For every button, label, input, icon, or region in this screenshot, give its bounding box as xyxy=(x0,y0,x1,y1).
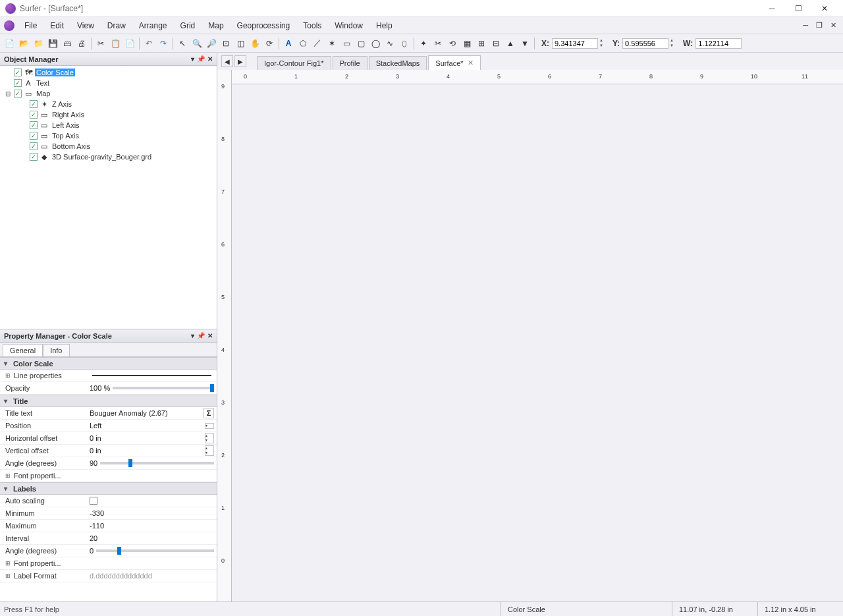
ungroup-icon[interactable]: ⊟ xyxy=(489,37,503,50)
visibility-checkbox[interactable]: ✓ xyxy=(14,79,22,87)
open-icon[interactable]: 📂 xyxy=(17,37,30,50)
visibility-checkbox[interactable]: ✓ xyxy=(30,121,38,129)
title-angle-input[interactable]: 90 xyxy=(90,459,97,467)
save-all-icon[interactable]: 🗃 xyxy=(61,37,74,50)
print-icon[interactable]: 🖨 xyxy=(75,37,88,50)
menu-tools[interactable]: Tools xyxy=(297,18,327,33)
mdi-minimize-button[interactable]: ─ xyxy=(800,20,811,31)
doc-tab[interactable]: StackedMaps xyxy=(369,56,427,70)
menu-geoprocessing[interactable]: Geoprocessing xyxy=(231,18,296,33)
tree-item[interactable]: ✓◆3D Surface-gravity_Bouger.grd xyxy=(1,152,215,162)
pm-tab-info[interactable]: Info xyxy=(43,344,69,356)
label-format-value[interactable]: d.dddddddddddddd xyxy=(87,572,217,580)
align-icon[interactable]: ▦ xyxy=(460,37,474,50)
coord-y-input[interactable] xyxy=(622,38,668,49)
copy-icon[interactable]: 📋 xyxy=(109,37,122,50)
tree-item[interactable]: ✓🗺Color Scale xyxy=(1,67,215,78)
collapse-icon[interactable]: ⊟ xyxy=(4,90,12,98)
pm-section-title[interactable]: ▾Title xyxy=(0,395,217,407)
front-icon[interactable]: ▲ xyxy=(504,37,517,50)
menu-edit[interactable]: Edit xyxy=(44,18,70,33)
ellipse-icon[interactable]: ◯ xyxy=(369,37,382,50)
new-icon[interactable]: 📄 xyxy=(3,37,16,50)
opacity-value[interactable]: 100 % xyxy=(90,384,110,392)
rotate-icon[interactable]: ⟲ xyxy=(446,37,459,50)
save-icon[interactable]: 💾 xyxy=(46,37,59,50)
close-tab-icon[interactable]: ✕ xyxy=(468,59,474,67)
tree-item[interactable]: ⊟✓▭Map xyxy=(1,88,215,99)
om-close-icon[interactable]: ✕ xyxy=(207,55,213,63)
pm-close-icon[interactable]: ✕ xyxy=(207,332,213,339)
sigma-button[interactable]: Σ xyxy=(204,408,214,418)
interval-input[interactable]: 20 xyxy=(90,534,97,542)
coord-y-spinner[interactable]: ▲▼ xyxy=(670,38,678,49)
min-input[interactable]: -330 xyxy=(90,509,104,517)
menu-view[interactable]: View xyxy=(71,18,100,33)
menu-help[interactable]: Help xyxy=(370,18,398,33)
max-input[interactable]: -110 xyxy=(90,522,104,530)
coord-x-input[interactable] xyxy=(552,38,598,49)
text-tool-icon[interactable]: A xyxy=(282,37,295,50)
visibility-checkbox[interactable]: ✓ xyxy=(30,132,38,140)
pm-section-labels[interactable]: ▾Labels xyxy=(0,482,217,495)
labels-angle-input[interactable]: 0 xyxy=(90,547,94,555)
back-icon[interactable]: ▼ xyxy=(518,37,531,50)
pm-dropdown-icon[interactable]: ▾ xyxy=(191,332,194,339)
select-icon[interactable]: ↖ xyxy=(176,37,189,50)
coord-x-spinner[interactable]: ▲▼ xyxy=(599,38,607,49)
menu-file[interactable]: File xyxy=(18,18,43,33)
opacity-slider[interactable] xyxy=(113,387,214,389)
mdi-restore-button[interactable]: ❐ xyxy=(813,20,825,31)
coord-w-input[interactable] xyxy=(695,38,742,49)
spline-area-icon[interactable]: ⬯ xyxy=(398,37,411,50)
reshape-icon[interactable]: ✦ xyxy=(417,37,430,50)
tabs-prev-button[interactable]: ◀ xyxy=(221,55,233,67)
pm-section-color-scale[interactable]: ▾Color Scale xyxy=(0,357,217,370)
visibility-checkbox[interactable]: ✓ xyxy=(14,90,22,98)
symbol-icon[interactable]: ✶ xyxy=(325,37,339,50)
tree-item[interactable]: ✓✶Z Axis xyxy=(1,99,215,109)
group-icon[interactable]: ⊞ xyxy=(475,37,488,50)
undo-icon[interactable]: ↶ xyxy=(142,37,155,50)
tabs-next-button[interactable]: ▶ xyxy=(234,55,246,67)
tree-item[interactable]: ✓▭Right Axis xyxy=(1,109,215,120)
cut-icon[interactable]: ✂ xyxy=(94,37,107,50)
minimize-button[interactable]: ─ xyxy=(759,0,785,17)
labels-angle-slider[interactable] xyxy=(96,549,214,552)
tree-item[interactable]: ✓AText xyxy=(1,78,215,88)
rounded-rect-icon[interactable]: ▢ xyxy=(354,37,367,50)
auto-scaling-checkbox[interactable] xyxy=(90,497,97,505)
maximize-button[interactable]: ☐ xyxy=(785,0,811,17)
menu-window[interactable]: Window xyxy=(329,18,369,33)
visibility-checkbox[interactable]: ✓ xyxy=(30,142,38,150)
polyline-icon[interactable]: ／ xyxy=(311,37,324,50)
polygon-icon[interactable]: ⬠ xyxy=(296,37,310,50)
title-text-input[interactable]: Bouguer Anomaly (2.67) xyxy=(90,409,168,417)
tree-item[interactable]: ✓▭Left Axis xyxy=(1,120,215,130)
chevron-down-icon[interactable]: ▾ xyxy=(205,423,214,429)
doc-tab[interactable]: Surface*✕ xyxy=(428,55,480,70)
object-manager-tree[interactable]: ✓🗺Color Scale✓AText⊟✓▭Map✓✶Z Axis✓▭Right… xyxy=(0,66,217,329)
pan-icon[interactable]: ✋ xyxy=(248,37,261,50)
zoom-in-icon[interactable]: 🔍 xyxy=(190,37,204,50)
zoom-fit-icon[interactable]: ⊡ xyxy=(219,37,232,50)
visibility-checkbox[interactable]: ✓ xyxy=(30,100,38,108)
menu-arrange[interactable]: Arrange xyxy=(133,18,173,33)
h-offset-spinner[interactable]: ▴▾ xyxy=(205,433,214,443)
tree-item[interactable]: ✓▭Bottom Axis xyxy=(1,141,215,152)
doc-tab[interactable]: Profile xyxy=(333,56,367,70)
pm-pin-icon[interactable]: 📌 xyxy=(197,332,205,339)
break-icon[interactable]: ✂ xyxy=(431,37,445,50)
v-offset-input[interactable]: 0 in xyxy=(90,447,101,455)
v-offset-spinner[interactable]: ▴▾ xyxy=(205,445,214,456)
rect-icon[interactable]: ▭ xyxy=(340,37,353,50)
tree-item[interactable]: ✓▭Top Axis xyxy=(1,130,215,141)
title-angle-slider[interactable] xyxy=(100,462,214,464)
open-recent-icon[interactable]: 📁 xyxy=(32,37,45,50)
mdi-close-button[interactable]: ✕ xyxy=(828,20,839,31)
doc-tab[interactable]: Igor-Contour Fig1* xyxy=(257,56,331,70)
om-pin-icon[interactable]: 📌 xyxy=(197,55,205,63)
om-dropdown-icon[interactable]: ▾ xyxy=(191,55,194,63)
visibility-checkbox[interactable]: ✓ xyxy=(30,153,38,161)
menu-grid[interactable]: Grid xyxy=(175,18,202,33)
